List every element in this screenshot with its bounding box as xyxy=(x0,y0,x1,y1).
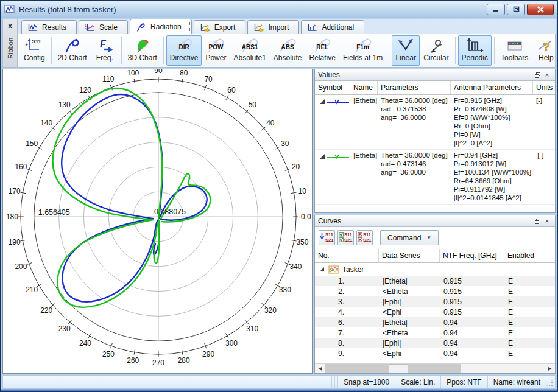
command-dropdown[interactable]: Command ▼ xyxy=(380,230,439,245)
curves-no-cell: 1. xyxy=(315,277,379,285)
ribbon-body: S11+-Config2D ChartFFreq.3D ChartDIRDire… xyxy=(18,34,556,68)
curves-row[interactable]: 7.<Etheta0.94E xyxy=(315,327,555,338)
tab-radiation[interactable]: Radiation xyxy=(130,19,192,34)
titlebar[interactable]: Results (total 8 from tasker) xyxy=(1,1,557,18)
ribbon-button-absolute[interactable]: ABSAbsolute xyxy=(270,35,306,66)
ribbon-button-label: Absolute1 xyxy=(233,54,266,62)
app-icon xyxy=(4,4,15,14)
ribbon-button-periodic[interactable]: Periodic xyxy=(458,35,492,66)
curves-row[interactable]: 3.|Ephi|0.915E xyxy=(315,296,555,307)
tab-label: Import xyxy=(268,23,289,32)
ribbon-button-freq[interactable]: FFreq. xyxy=(91,35,119,66)
curves-row[interactable]: 6.|Etheta|0.94E xyxy=(315,317,555,327)
values-float-button[interactable] xyxy=(532,71,542,79)
curves-col-ntf-freq[interactable]: NTF Freq. [GHz] xyxy=(440,249,504,262)
ribbon-button-power[interactable]: POWPower xyxy=(202,35,230,66)
values-row[interactable]: |Etheta|Theta= 36.0000 [deg]rad= 0.47314… xyxy=(315,150,555,205)
restore-button[interactable] xyxy=(507,4,525,15)
ribbon-button-relative[interactable]: RELRelative xyxy=(306,35,339,66)
ribbon-close-button[interactable]: x xyxy=(5,21,15,30)
curves-row[interactable]: 9.<Ephi0.94E xyxy=(315,348,555,359)
curves-row[interactable]: 4.<Ephi0.915E xyxy=(315,307,555,317)
curves-close-button[interactable]: × xyxy=(542,217,552,225)
curves-col-enabled[interactable]: Enabled xyxy=(504,249,555,262)
curves-group-tasker[interactable]: Tasker xyxy=(315,263,555,276)
group-separator xyxy=(389,37,389,64)
scroll-left-icon[interactable]: ◀ xyxy=(315,364,325,373)
tab-results[interactable]: Results xyxy=(21,20,77,34)
ribbon-button-linear[interactable]: Linear xyxy=(392,35,420,66)
curves-col-no[interactable]: No. xyxy=(315,249,379,262)
status-ppos: Ppos: NTF xyxy=(440,376,487,388)
minimize-button[interactable] xyxy=(487,4,505,15)
s11-s21-uncheck-all-button[interactable]: S11S21 xyxy=(356,230,373,245)
values-col-antenna-parameters[interactable]: Antenna Parameters xyxy=(451,81,533,94)
ribbon-button-help[interactable]: ?Help xyxy=(532,35,558,66)
ribbon-button-absolute1[interactable]: ABS1Absolute1 xyxy=(230,35,269,66)
values-body: |Etheta|Theta= 36.0000 [deg]rad= 0.37153… xyxy=(315,95,555,212)
close-button[interactable] xyxy=(527,4,554,15)
curves-float-button[interactable] xyxy=(532,217,542,225)
curves-row[interactable]: 8.|Ephi|0.94E xyxy=(315,338,555,348)
angle-label: 40 xyxy=(266,119,275,127)
curves-horizontal-scrollbar[interactable]: ◀ ▶ xyxy=(315,363,555,373)
curves-row[interactable]: 1.|Etheta|0.915E xyxy=(315,276,555,286)
s11-s21-check-all-button[interactable]: S11S21 xyxy=(337,230,354,245)
ribbon-group: 3D Chart xyxy=(124,35,161,66)
expander-icon[interactable] xyxy=(320,154,325,159)
values-col-parameters[interactable]: Parameters xyxy=(378,81,451,94)
angle-label: 160 xyxy=(15,163,27,171)
values-col-symbol[interactable]: Symbol xyxy=(315,81,350,94)
values-row[interactable]: |Etheta|Theta= 36.0000 [deg]rad= 0.37153… xyxy=(315,95,555,150)
values-col-units[interactable]: Units xyxy=(533,81,555,94)
curves-header: No. Data Series NTF Freq. [GHz] Enabled xyxy=(315,249,555,263)
ribbon-group: S11+-Config xyxy=(19,35,49,66)
curves-row[interactable]: 2.<Etheta0.915E xyxy=(315,286,555,296)
curves-panel-titlebar[interactable]: Curves × xyxy=(315,215,555,227)
ribbon-button-toolbars[interactable]: Toolbars xyxy=(497,35,532,66)
resize-grip[interactable] xyxy=(546,376,555,388)
curves-panel: Curves × S11S21S11S21S11S21 Command ▼ No… xyxy=(314,215,556,374)
angle-label: 330 xyxy=(279,285,291,294)
ribbon-button-2d-chart[interactable]: 2D Chart xyxy=(54,35,91,66)
ribbon-button-3d-chart[interactable]: 3D Chart xyxy=(124,35,161,66)
ribbon-button-fields-at-1m[interactable]: F1mFields at 1m xyxy=(339,35,386,66)
tab-additional[interactable]: Additional xyxy=(301,20,364,34)
ribbon-button-circular[interactable]: Circular xyxy=(420,35,452,66)
curves-no-cell: 7. xyxy=(315,329,379,337)
expander-icon[interactable] xyxy=(319,266,325,273)
tab-import[interactable]: Import xyxy=(247,20,299,34)
values-col-name[interactable]: Name xyxy=(350,81,378,94)
curves-enabled-cell: E xyxy=(504,277,555,285)
values-close-button[interactable]: × xyxy=(542,71,552,79)
values-panel-titlebar[interactable]: Values × xyxy=(315,69,555,81)
3d-chart-icon xyxy=(132,37,153,54)
antenna-parameter-line: Fr=0.915 [GHz] xyxy=(454,96,530,105)
ribbon-button-config[interactable]: S11+-Config xyxy=(20,35,49,66)
tab-scale[interactable]: 10Scale xyxy=(79,20,128,34)
angle-label: 230 xyxy=(58,324,71,333)
ribbon-button-label: Freq. xyxy=(96,54,113,62)
svg-text:?: ? xyxy=(543,40,550,53)
s11-s21-plot-button[interactable]: S11S21 xyxy=(319,230,335,245)
ribbon-button-directive[interactable]: DIRDirective xyxy=(166,35,202,66)
scroll-right-icon[interactable]: ▶ xyxy=(545,364,555,373)
curves-freq-cell: 0.94 xyxy=(440,349,504,358)
ribbon-button-label: Fields at 1m xyxy=(343,54,383,62)
tab-export[interactable]: Export xyxy=(194,20,246,34)
angle-label: 70 xyxy=(204,75,213,83)
angle-label: 170 xyxy=(9,187,21,195)
curves-col-data-series[interactable]: Data Series xyxy=(379,249,440,262)
export-chart-icon xyxy=(200,23,210,32)
scrollbar-thumb[interactable] xyxy=(389,364,408,373)
scrollbar-track[interactable] xyxy=(325,364,545,373)
ribbon-group: 2D ChartFFreq. xyxy=(54,35,119,66)
angle-label: 150 xyxy=(26,139,38,148)
s11-s21-uncheck-all-icon: S11S21 xyxy=(358,231,372,244)
polar-plot-panel[interactable]: -0.0102030405060708090100110120130140150… xyxy=(2,69,313,374)
ribbon-side-label: Ribbon xyxy=(7,38,14,59)
ribbon-button-label: Periodic xyxy=(462,54,488,62)
group-separator xyxy=(163,37,164,64)
expander-icon[interactable] xyxy=(320,99,325,104)
angle-label: 100 xyxy=(127,69,139,77)
